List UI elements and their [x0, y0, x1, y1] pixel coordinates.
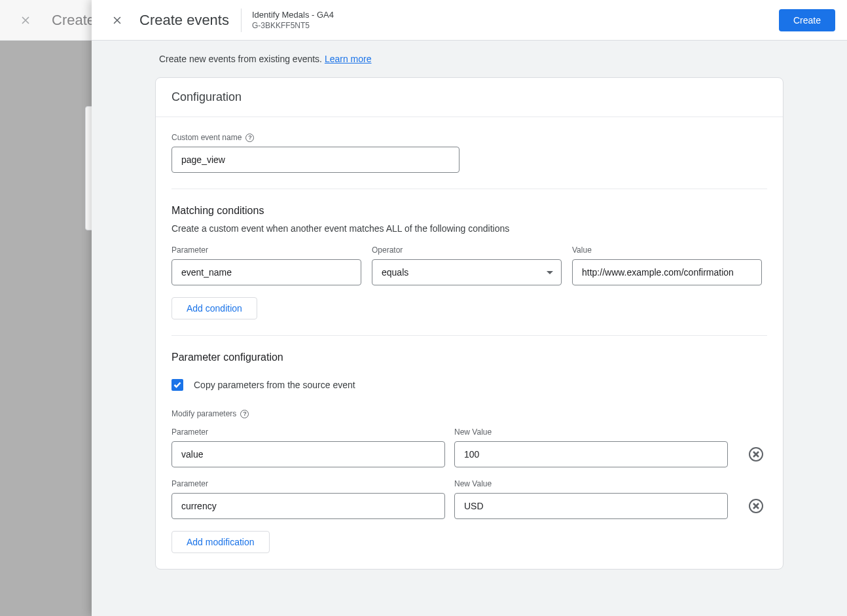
matching-conditions-section: Matching conditions Create a custom even…: [156, 189, 783, 335]
param-col-label: Parameter: [171, 479, 445, 488]
configuration-title: Configuration: [156, 78, 783, 117]
matching-conditions-subtitle: Create a custom event when another event…: [171, 223, 767, 234]
add-condition-button[interactable]: Add condition: [171, 297, 257, 319]
help-icon[interactable]: ?: [245, 134, 254, 142]
close-icon: [18, 12, 33, 28]
chevron-down-icon: [547, 271, 553, 274]
background-title: Create: [52, 12, 95, 29]
condition-operator-select[interactable]: equals: [372, 259, 562, 285]
panel-title: Create events: [139, 12, 229, 29]
copy-params-label: Copy parameters from the source event: [194, 380, 355, 390]
modify-parameter-input[interactable]: [171, 441, 445, 467]
modify-newvalue-input[interactable]: [454, 441, 728, 467]
modify-newvalue-input[interactable]: [454, 493, 728, 519]
operator-col-label: Operator: [372, 245, 562, 255]
property-name: Identify Medals - GA4: [252, 10, 334, 20]
parameter-col-label: Parameter: [171, 245, 361, 255]
close-button[interactable]: [109, 12, 125, 28]
modify-params-label-row: Modify parameters ?: [171, 409, 767, 418]
custom-event-name-input[interactable]: [171, 147, 460, 173]
newvalue-col-label: New Value: [454, 479, 728, 488]
parameter-configuration-title: Parameter configuration: [171, 352, 767, 363]
custom-event-label: Custom event name: [171, 133, 242, 142]
copy-params-checkbox[interactable]: [171, 379, 183, 391]
stream-id: G-3BKKFF5NT5: [252, 21, 334, 30]
modify-param-row: Parameter New Value: [171, 479, 767, 519]
remove-row-button[interactable]: [749, 499, 763, 513]
condition-value-input[interactable]: [572, 259, 762, 285]
configuration-card: Configuration Custom event name ? Matchi…: [155, 77, 784, 570]
modify-param-row: Parameter New Value: [171, 427, 767, 467]
help-icon[interactable]: ?: [240, 410, 249, 418]
learn-more-link[interactable]: Learn more: [325, 54, 372, 64]
modify-parameter-input[interactable]: [171, 493, 445, 519]
value-col-label: Value: [572, 245, 762, 255]
condition-parameter-input[interactable]: [171, 259, 361, 285]
remove-row-button[interactable]: [749, 447, 763, 462]
modify-params-label: Modify parameters: [171, 409, 236, 418]
panel-header: Create events Identify Medals - GA4 G-3B…: [92, 0, 847, 41]
param-col-label: Parameter: [171, 427, 445, 437]
copy-params-row: Copy parameters from the source event: [171, 379, 767, 391]
header-divider: [241, 9, 242, 32]
create-events-panel: Create events Identify Medals - GA4 G-3B…: [92, 0, 847, 616]
create-button[interactable]: Create: [779, 9, 835, 31]
panel-body: Create new events from existing events. …: [92, 41, 847, 616]
condition-row: Parameter Operator equals Value: [171, 245, 767, 285]
matching-conditions-title: Matching conditions: [171, 205, 767, 217]
add-modification-button[interactable]: Add modification: [171, 531, 270, 553]
operator-selected-value: equals: [382, 267, 408, 278]
intro-text: Create new events from existing events. …: [155, 54, 784, 64]
intro-description: Create new events from existing events.: [159, 54, 325, 64]
custom-event-label-row: Custom event name ?: [171, 133, 767, 142]
custom-event-section: Custom event name ?: [156, 117, 783, 189]
newvalue-col-label: New Value: [454, 427, 728, 437]
parameter-configuration-section: Parameter configuration Copy parameters …: [156, 336, 783, 569]
header-subtitle: Identify Medals - GA4 G-3BKKFF5NT5: [252, 10, 334, 30]
